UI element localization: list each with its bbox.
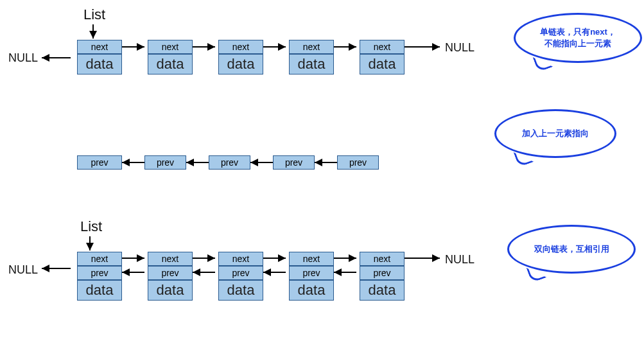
data-cell: data (77, 280, 122, 301)
bubble-text: 双向链表，互相引用 (523, 243, 620, 255)
null-left: NULL (8, 51, 38, 65)
doubly-node: next prev data (148, 252, 193, 301)
next-cell: next (289, 252, 334, 266)
next-cell: next (218, 252, 263, 266)
list-label: List (83, 6, 105, 23)
prev-node: prev (209, 155, 250, 170)
prev-cell: prev (144, 155, 186, 170)
data-cell: data (77, 54, 122, 74)
singly-node: nextdata (289, 40, 334, 74)
next-cell: next (360, 252, 405, 266)
next-cell: next (148, 40, 193, 54)
prev-cell: prev (209, 155, 250, 170)
null-left: NULL (8, 263, 38, 277)
speech-bubble-3: 双向链表，互相引用 (507, 225, 636, 274)
speech-bubble-2: 加入上一元素指向 (494, 109, 616, 158)
bubble-text: 单链表，只有next， (530, 26, 626, 38)
prev-cell: prev (218, 266, 263, 280)
next-cell: next (218, 40, 263, 54)
prev-cell: prev (360, 266, 405, 280)
prev-cell: prev (289, 266, 334, 280)
data-cell: data (360, 280, 405, 301)
prev-cell: prev (337, 155, 379, 170)
singly-node: nextdata (360, 40, 405, 74)
prev-node: prev (144, 155, 186, 170)
next-cell: next (360, 40, 405, 54)
next-cell: next (148, 252, 193, 266)
singly-node: nextdata (77, 40, 122, 74)
prev-cell: prev (148, 266, 193, 280)
null-right: NULL (445, 253, 474, 267)
singly-node: nextdata (218, 40, 263, 74)
singly-node: nextdata (148, 40, 193, 74)
list-label: List (80, 218, 102, 235)
prev-cell: prev (273, 155, 315, 170)
doubly-node: next prev data (77, 252, 122, 301)
data-cell: data (289, 280, 334, 301)
next-cell: next (289, 40, 334, 54)
prev-node: prev (77, 155, 122, 170)
doubly-node: next prev data (360, 252, 405, 301)
speech-bubble-1: 单链表，只有next， 不能指向上一元素 (514, 13, 642, 63)
next-cell: next (77, 40, 122, 54)
prev-cell: prev (77, 266, 122, 280)
doubly-node: next prev data (218, 252, 263, 301)
data-cell: data (148, 54, 193, 74)
null-right: NULL (445, 41, 474, 55)
next-cell: next (77, 252, 122, 266)
data-cell: data (148, 280, 193, 301)
prev-node: prev (337, 155, 379, 170)
doubly-node: next prev data (289, 252, 334, 301)
data-cell: data (218, 54, 263, 74)
data-cell: data (360, 54, 405, 74)
data-cell: data (218, 280, 263, 301)
prev-node: prev (273, 155, 315, 170)
bubble-text: 加入上一元素指向 (510, 128, 600, 139)
prev-cell: prev (77, 155, 122, 170)
bubble-text: 不能指向上一元素 (530, 38, 626, 49)
data-cell: data (289, 54, 334, 74)
